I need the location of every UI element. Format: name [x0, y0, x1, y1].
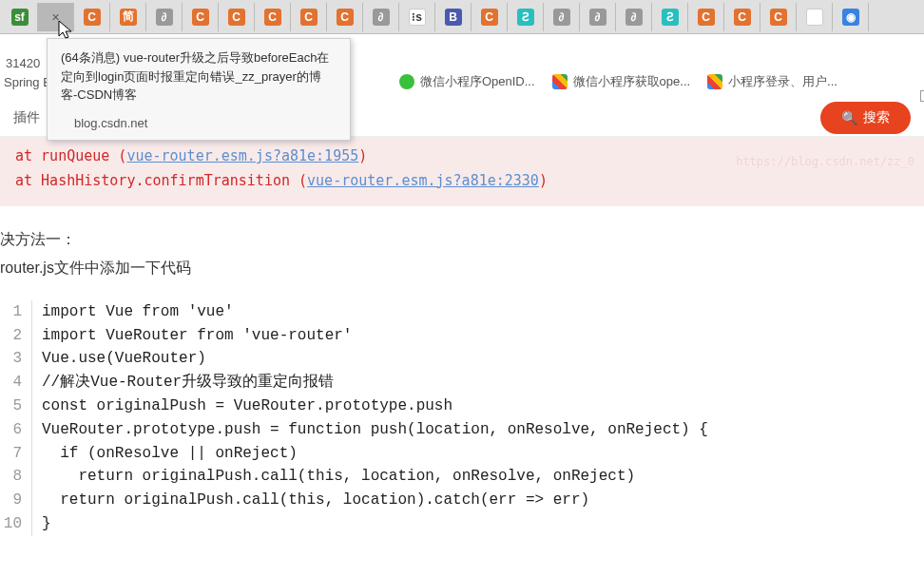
browser-tab-strip: sf × C 简 ∂ C C C C C ∂ ⁝s B C Ƨ ∂ ∂ ∂ Ƨ … — [0, 0, 924, 34]
tab-z-2[interactable]: ∂ — [363, 3, 399, 31]
bookmark-wechat-openid[interactable]: 微信小程序OpenID... — [399, 73, 535, 90]
tab-b2-1[interactable]: Ƨ — [508, 3, 544, 31]
tab-c-7[interactable]: C — [472, 3, 508, 31]
tab-c-6[interactable]: C — [327, 3, 363, 31]
code-line-10: 10} — [0, 512, 924, 536]
tab-mail[interactable]: ✉ — [797, 3, 833, 31]
code-line-1: 1import Vue from 'vue' — [0, 300, 924, 324]
article-content: 决方法一： router.js文件中添加一下代码 1import Vue fro… — [0, 206, 924, 536]
tab-z-1[interactable]: ∂ — [146, 3, 183, 31]
tab-s[interactable]: ⁝s — [399, 3, 435, 31]
wechat-icon — [399, 74, 414, 89]
csdn-icon: C — [337, 9, 354, 26]
code-line-4: 4//解决Vue-Router升级导致的重定向报错 — [0, 371, 924, 394]
tab-c-3[interactable]: C — [219, 3, 255, 31]
code-line-5: 5const originalPush = VueRouter.prototyp… — [0, 394, 924, 418]
watermark: https://blog.csdn.net/zz_0 — [736, 152, 914, 171]
csdn-icon: C — [734, 9, 751, 26]
grid-icon — [552, 74, 568, 89]
code-block: 1import Vue from 'vue' 2import VueRouter… — [0, 300, 924, 536]
code-line-9: 9 return originalPush.call(this, locatio… — [0, 489, 924, 512]
tab-c-5[interactable]: C — [291, 3, 327, 31]
csdn-icon: C — [192, 9, 209, 26]
search-area: 🔍 搜索 — [820, 102, 911, 134]
zhihu-icon: ∂ — [373, 9, 390, 26]
tab-c-9[interactable]: C — [724, 3, 760, 31]
tab-c-4[interactable]: C — [255, 3, 291, 31]
tab-c-1[interactable]: C — [74, 3, 110, 31]
tab-blue[interactable]: ◉ — [833, 3, 869, 31]
search-button[interactable]: 🔍 搜索 — [820, 102, 911, 134]
tab-b[interactable]: B — [435, 3, 472, 31]
code-line-3: 3Vue.use(VueRouter) — [0, 347, 924, 371]
mail-icon: ✉ — [806, 9, 823, 26]
search-label: 搜索 — [863, 109, 890, 126]
tab-b2-2[interactable]: Ƨ — [652, 3, 688, 31]
bookmark-overflow-icon[interactable] — [920, 90, 924, 102]
tab-c-2[interactable]: C — [183, 3, 219, 31]
tooltip-title: (64条消息) vue-router升级之后导致beforeEach在定向到lo… — [61, 48, 337, 105]
csdn-icon: C — [264, 9, 281, 26]
csdn-icon: C — [228, 9, 245, 26]
b2-icon: Ƨ — [662, 9, 679, 26]
tab-c-8[interactable]: C — [688, 3, 724, 31]
bookmark-wechat-ope[interactable]: 微信小程序获取ope... — [552, 73, 691, 90]
sf-icon: sf — [11, 9, 29, 26]
error-link-1[interactable]: vue-router.esm.js?a81e:1955 — [126, 147, 358, 164]
toolbar-plugins[interactable]: 插件 — [13, 109, 40, 126]
tab-z-5[interactable]: ∂ — [616, 3, 652, 31]
code-line-8: 8 return originalPush.call(this, locatio… — [0, 465, 924, 489]
tab-z-4[interactable]: ∂ — [580, 3, 616, 31]
error-line-2: at HashHistory.confirmTransition (vue-ro… — [15, 169, 909, 194]
csdn-icon: C — [481, 9, 498, 26]
tooltip-url: blog.csdn.net — [74, 110, 337, 130]
search-icon: 🔍 — [841, 110, 857, 125]
tab-sf[interactable]: sf — [2, 3, 38, 31]
error-link-2[interactable]: vue-router.esm.js?a81e:2330 — [307, 172, 539, 189]
close-icon: × — [51, 10, 59, 25]
tab-jian[interactable]: 简 — [110, 3, 146, 31]
csdn-icon: C — [770, 9, 787, 26]
solution-desc: router.js文件中添加一下代码 — [0, 254, 924, 282]
zhihu-icon: ∂ — [553, 9, 570, 26]
csdn-icon: C — [300, 9, 318, 26]
bootstrap-icon: B — [445, 9, 462, 26]
bookmark-miniprogram-login[interactable]: 小程序登录、用户... — [707, 73, 837, 90]
tab-close[interactable]: × — [38, 3, 74, 31]
tab-z-3[interactable]: ∂ — [544, 3, 580, 31]
s-icon: ⁝s — [409, 9, 426, 26]
csdn-icon: C — [698, 9, 715, 26]
code-line-6: 6VueRouter.prototype.push = function pus… — [0, 418, 924, 442]
tab-tooltip: (64条消息) vue-router升级之后导致beforeEach在定向到lo… — [47, 38, 351, 141]
solution-title: 决方法一： — [0, 225, 924, 254]
page-indicator: 31420 — [0, 53, 46, 73]
zhihu-icon: ∂ — [626, 9, 643, 26]
b2-icon: Ƨ — [517, 9, 534, 26]
code-line-7: 7 if (onResolve || onReject) — [0, 442, 924, 466]
csdn-icon: C — [84, 9, 101, 26]
error-stacktrace: at runQueue (vue-router.esm.js?a81e:1955… — [0, 137, 924, 206]
jianshu-icon: 简 — [120, 9, 137, 26]
zhihu-icon: ∂ — [589, 9, 606, 26]
grid-icon — [707, 74, 722, 89]
blue-icon: ◉ — [842, 9, 859, 26]
code-line-2: 2import VueRouter from 'vue-router' — [0, 324, 924, 348]
tab-c-10[interactable]: C — [760, 3, 797, 31]
zhihu-icon: ∂ — [156, 9, 173, 26]
